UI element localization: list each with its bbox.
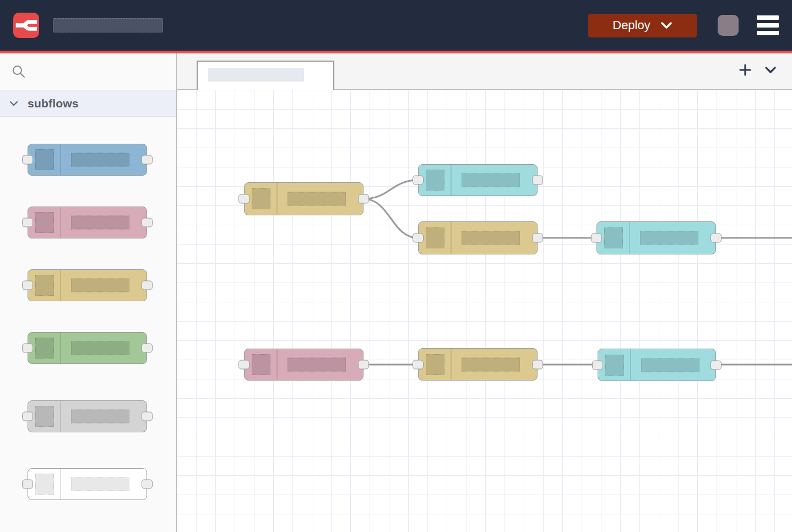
- node-label-placeholder: [287, 358, 346, 372]
- node-input-port[interactable]: [591, 234, 602, 243]
- node-output-port[interactable]: [532, 234, 543, 243]
- node-divider: [60, 401, 61, 432]
- flow-list-button[interactable]: [764, 66, 777, 74]
- flow-node-yellow-2[interactable]: [418, 221, 538, 254]
- flow-node-pink-1[interactable]: [244, 349, 364, 381]
- node-icon: [252, 188, 270, 209]
- node-divider: [60, 270, 61, 301]
- subflows-section-header[interactable]: subflows: [0, 90, 176, 117]
- node-output-port[interactable]: [358, 360, 369, 370]
- node-icon: [252, 354, 270, 375]
- palette-node-gray[interactable]: [28, 400, 147, 432]
- node-input-port[interactable]: [22, 218, 33, 227]
- chevron-down-icon: [764, 66, 777, 74]
- node-icon: [35, 275, 54, 296]
- node-input-port[interactable]: [413, 234, 424, 243]
- node-icon: [35, 406, 54, 427]
- deploy-button[interactable]: Deploy: [588, 14, 697, 37]
- flow-tab-bar: [177, 53, 792, 90]
- node-input-port[interactable]: [22, 412, 33, 421]
- wires-layer: [177, 90, 792, 532]
- add-flow-button[interactable]: [739, 64, 751, 76]
- node-output-port[interactable]: [142, 281, 153, 290]
- palette-node-blue[interactable]: [28, 144, 147, 176]
- node-label-placeholder: [641, 358, 699, 372]
- node-label-placeholder: [640, 231, 698, 245]
- node-divider: [60, 144, 61, 175]
- tab-actions: [739, 53, 777, 86]
- node-icon: [35, 212, 54, 233]
- node-divider: [60, 207, 61, 238]
- node-label-placeholder: [71, 279, 129, 292]
- flow-node-cyan-2[interactable]: [596, 221, 716, 254]
- chevron-down-icon: [9, 101, 18, 106]
- node-input-port[interactable]: [592, 360, 603, 370]
- node-output-port[interactable]: [142, 218, 153, 227]
- node-input-port[interactable]: [22, 344, 33, 353]
- flow-node-yellow-3[interactable]: [418, 348, 538, 381]
- flow-node-cyan-3[interactable]: [598, 349, 716, 381]
- node-output-port[interactable]: [710, 234, 722, 243]
- node-output-port[interactable]: [142, 480, 153, 489]
- node-input-port[interactable]: [22, 480, 33, 489]
- node-input-port[interactable]: [238, 194, 249, 204]
- node-output-port[interactable]: [142, 344, 153, 353]
- search-icon: [12, 64, 26, 79]
- node-icon: [426, 227, 444, 248]
- header-bar: Deploy: [0, 0, 792, 51]
- node-icon: [605, 355, 624, 376]
- wire[interactable]: [364, 199, 418, 238]
- node-icon: [35, 338, 54, 359]
- node-input-port[interactable]: [238, 360, 249, 370]
- node-red-fork-icon: [15, 14, 37, 36]
- deploy-label: Deploy: [612, 18, 650, 32]
- flow-canvas[interactable]: [177, 90, 792, 532]
- node-output-port[interactable]: [142, 155, 153, 165]
- node-input-port[interactable]: [413, 360, 424, 369]
- node-divider: [451, 222, 452, 254]
- node-icon: [35, 474, 54, 495]
- palette-node-green[interactable]: [28, 332, 147, 364]
- node-icon: [35, 149, 54, 170]
- node-label-placeholder: [287, 192, 346, 206]
- node-output-port[interactable]: [710, 360, 722, 370]
- palette-sidebar: subflows: [0, 53, 177, 532]
- node-output-port[interactable]: [532, 360, 543, 369]
- node-divider: [60, 333, 61, 363]
- node-label-placeholder: [71, 477, 129, 491]
- palette-search[interactable]: [0, 53, 176, 90]
- node-input-port[interactable]: [413, 176, 424, 185]
- node-divider: [630, 349, 631, 381]
- node-icon: [604, 227, 623, 248]
- flow-node-yellow-1[interactable]: [244, 182, 364, 215]
- subflows-section-label: subflows: [28, 97, 79, 110]
- node-input-port[interactable]: [22, 281, 33, 290]
- node-input-port[interactable]: [22, 155, 33, 165]
- palette-node-white[interactable]: [28, 468, 147, 500]
- plus-icon: [739, 64, 751, 76]
- node-label-placeholder: [462, 357, 520, 371]
- workspace: [177, 53, 792, 532]
- node-output-port[interactable]: [358, 194, 369, 204]
- user-avatar[interactable]: [718, 15, 739, 36]
- chevron-down-icon: [660, 21, 672, 29]
- node-divider: [60, 469, 61, 500]
- flow-tab[interactable]: [197, 61, 334, 90]
- node-icon: [426, 354, 444, 375]
- node-output-port[interactable]: [532, 176, 543, 185]
- palette-node-yellow[interactable]: [28, 269, 147, 301]
- flow-node-cyan-1[interactable]: [418, 164, 538, 196]
- node-label-placeholder: [71, 216, 129, 230]
- node-label-placeholder: [462, 173, 520, 187]
- node-divider: [629, 222, 630, 254]
- node-divider: [451, 349, 452, 380]
- wire[interactable]: [364, 180, 418, 199]
- menu-icon[interactable]: [757, 15, 779, 35]
- node-output-port[interactable]: [142, 412, 153, 421]
- node-divider: [451, 165, 452, 196]
- flow-tab-title-placeholder: [208, 68, 304, 82]
- flow-editor-app: Deploy subflows: [0, 0, 792, 532]
- palette-node-pink[interactable]: [28, 207, 147, 238]
- node-icon: [426, 170, 444, 191]
- workspace-title-placeholder: [53, 18, 163, 32]
